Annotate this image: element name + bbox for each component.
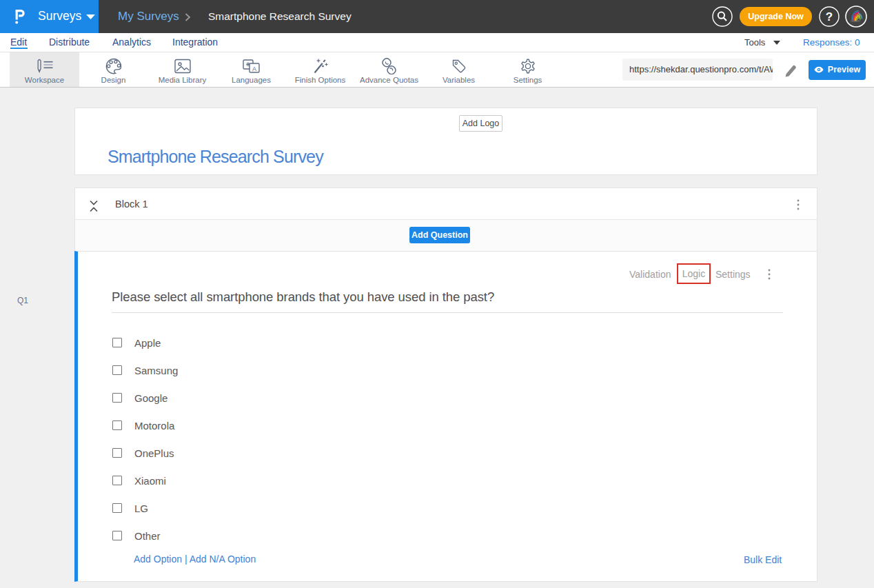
svg-text:?: ? [826, 10, 833, 23]
svg-text:A: A [252, 65, 256, 72]
